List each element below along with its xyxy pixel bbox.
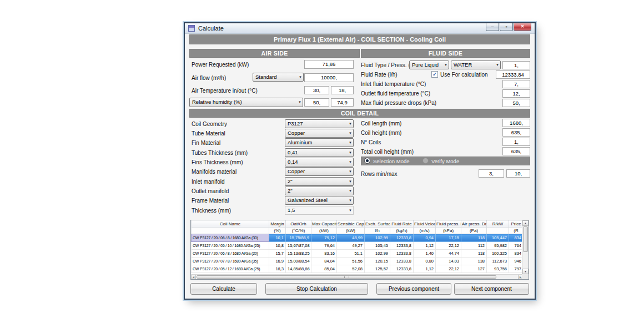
previous-component-button[interactable]: Previous component: [376, 283, 451, 295]
fins-thickness-select[interactable]: 0,14▼: [285, 158, 354, 167]
table-cell: 12333,8: [390, 234, 414, 242]
column-header[interactable]: Price: [509, 220, 524, 228]
outlet-temp-input[interactable]: 12,: [502, 89, 530, 98]
air-temp-out-input[interactable]: 18,: [331, 86, 354, 94]
manifolds-material-select[interactable]: Copper▼: [285, 167, 354, 176]
coil-geometry-label: Coil Geometry: [192, 121, 227, 127]
table-cell: 16,9: [269, 258, 286, 265]
coil-geometry-select[interactable]: P3127▼: [285, 119, 354, 128]
tubes-thickness-select[interactable]: 0,41▼: [285, 148, 354, 157]
humidity-mode-select[interactable]: Relative humidity (%) ▼: [189, 98, 303, 107]
column-header[interactable]: Air press. Drop: [461, 220, 487, 228]
chevron-down-icon: ▼: [299, 75, 302, 79]
stop-calculation-button[interactable]: Stop Calculation: [265, 283, 368, 295]
column-header[interactable]: Exch. Surface: [365, 220, 390, 228]
fin-material-value: Aluminium: [288, 139, 312, 145]
close-button[interactable]: ✕: [514, 23, 531, 31]
coil-length-input[interactable]: 1680,: [502, 119, 530, 127]
table-cell: 834: [509, 250, 524, 258]
table-cell: 14,85/88,86: [286, 265, 311, 273]
total-height-input[interactable]: 635,: [502, 147, 530, 155]
inlet-manifold-select[interactable]: 2"▼: [285, 177, 354, 186]
next-component-button[interactable]: Next component: [454, 283, 529, 295]
column-unit: (Pa): [461, 228, 487, 234]
tube-material-select[interactable]: Copper▼: [285, 129, 354, 138]
air-temp-in-input[interactable]: 30,: [304, 86, 329, 94]
table-row[interactable]: CW P3127 / 20 / 06 / 8 / 1680 Al/Ga (30)…: [192, 234, 524, 242]
scroll-down-button[interactable]: ▼: [522, 269, 529, 274]
title-bar[interactable]: Calculate – ▫ ✕: [185, 23, 535, 34]
vertical-scroll-thumb[interactable]: [523, 226, 528, 252]
horizontal-scroll-thumb[interactable]: [197, 275, 496, 279]
scroll-up-button[interactable]: ▲: [522, 220, 529, 226]
max-pressure-label: Max fluid pressure drops (kPa): [361, 100, 436, 106]
column-header[interactable]: Fluid Velocity: [414, 220, 436, 228]
table-row[interactable]: CW P3127 / 20 / 07 / 8 / 1680 Al/Ga (35)…: [192, 258, 524, 265]
table-cell: 118: [461, 250, 487, 258]
selection-mode-radio[interactable]: [364, 158, 370, 164]
outlet-manifold-value: 2": [288, 188, 293, 194]
table-cell: 51,1: [337, 250, 365, 258]
chevron-down-icon: ▼: [349, 160, 352, 164]
rows-min-input[interactable]: 3,: [479, 169, 504, 178]
column-header[interactable]: Coil Name: [192, 220, 269, 228]
fin-material-select[interactable]: Aluminium▼: [285, 138, 354, 147]
thickness-select[interactable]: 1,5▼: [285, 206, 354, 215]
table-cell: 17,15: [436, 234, 461, 242]
column-header[interactable]: Margin: [269, 220, 286, 228]
n-coils-input[interactable]: 1,: [502, 138, 530, 146]
vertical-scrollbar[interactable]: ▲ ▼: [522, 220, 529, 274]
column-header[interactable]: Fluid Rate: [390, 220, 414, 228]
column-unit: (kg/h): [390, 228, 414, 234]
column-header[interactable]: R/kW: [487, 220, 509, 228]
chevron-down-icon: ▼: [496, 63, 499, 67]
minimize-button[interactable]: –: [486, 23, 499, 31]
horizontal-scrollbar[interactable]: ◄ ►: [191, 274, 523, 279]
close-icon: ✕: [521, 24, 525, 29]
table-row[interactable]: CW P3127 / 20 / 05 / 10 / 1680 Al/Ga (25…: [192, 242, 524, 250]
air-flow-input[interactable]: 10000,: [304, 73, 354, 82]
chevron-down-icon: ▼: [349, 189, 352, 193]
table-cell: 1,12: [414, 265, 436, 273]
outlet-temp-label: Outlet fluid temperature (°C): [361, 90, 430, 97]
column-header[interactable]: Oat/Orh: [286, 220, 311, 228]
verify-mode-radio[interactable]: [422, 158, 429, 164]
air-flow-label: Air flow (m³/h): [192, 75, 226, 81]
column-unit: [192, 228, 269, 234]
table-cell: 105,45: [365, 242, 390, 250]
coil-height-input[interactable]: 635,: [502, 128, 530, 137]
air-flow-mode-select[interactable]: Standard ▼: [253, 73, 304, 82]
column-header[interactable]: Max Capacity: [311, 220, 337, 228]
inlet-temp-input[interactable]: 7,: [502, 80, 530, 88]
column-header[interactable]: Fluid press. Drop: [436, 220, 461, 228]
frame-material-select[interactable]: Galvanized Steel▼: [285, 196, 354, 205]
verify-mode-label: Verify Mode: [431, 158, 459, 164]
table-cell: 10,1: [269, 234, 286, 242]
fluid-name-select[interactable]: WATER ▼: [451, 60, 501, 69]
column-unit: (kPa): [436, 228, 461, 234]
column-unit: (%): [269, 228, 286, 234]
humidity-in-input[interactable]: 50,: [304, 98, 329, 107]
calculate-button[interactable]: Calculate: [190, 283, 257, 295]
maximize-button[interactable]: ▫: [500, 23, 513, 31]
column-header[interactable]: Sensible Capacity: [337, 220, 365, 228]
humidity-out-input[interactable]: 74,9: [331, 98, 354, 107]
fluid-press-input[interactable]: 1,: [502, 61, 530, 69]
column-unit: (m/s): [414, 228, 436, 234]
table-cell: 12333,8: [390, 265, 414, 273]
power-requested-input[interactable]: 71,86: [304, 60, 354, 69]
table-row[interactable]: CW P3127 / 20 / 06 / 8 / 1680 Al/Ga (20)…: [192, 250, 524, 258]
scroll-left-button[interactable]: ◄: [191, 275, 196, 279]
table-cell: 102,99: [365, 234, 390, 242]
rows-max-input[interactable]: 10,: [506, 169, 530, 178]
fluid-rate-input[interactable]: 12333,84: [496, 70, 530, 79]
fluid-type-select[interactable]: Pure Liquid ▼: [409, 60, 449, 69]
max-pressure-input[interactable]: 50,: [502, 99, 530, 107]
results-panel: Coil NameMarginOat/OrhMax CapacitySensib…: [190, 220, 529, 280]
outlet-manifold-select[interactable]: 2"▼: [285, 186, 354, 195]
results-table[interactable]: Coil NameMarginOat/OrhMax CapacitySensib…: [191, 220, 524, 273]
table-row[interactable]: CW P3127 / 20 / 05 / 12 / 1680 Al/Ga (25…: [192, 265, 524, 273]
selection-mode-label: Selection Mode: [373, 158, 409, 164]
use-for-calculation-checkbox[interactable]: ✓: [431, 71, 438, 78]
table-cell: 51,56: [337, 258, 365, 265]
